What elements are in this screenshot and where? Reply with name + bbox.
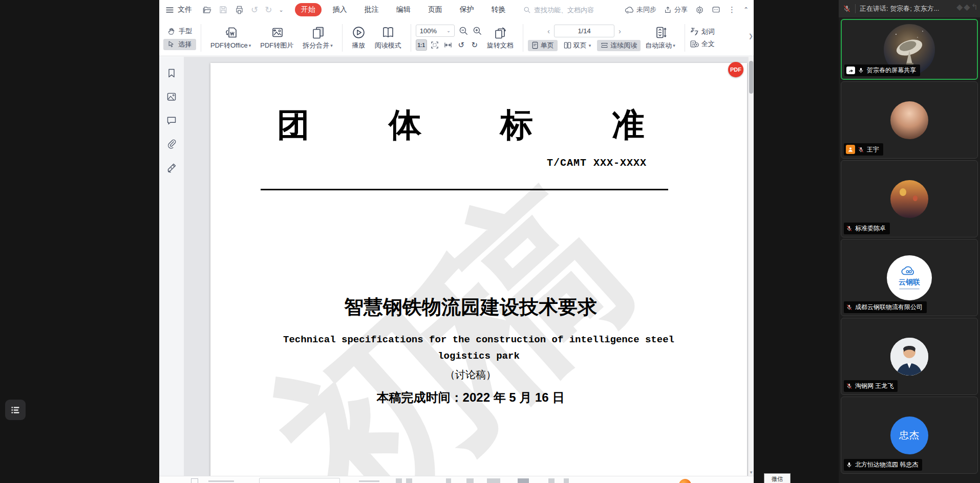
open-file-icon[interactable] bbox=[202, 5, 212, 15]
cloud-logo-icon bbox=[900, 266, 919, 277]
zoom-level-select[interactable]: 100% ⌄ bbox=[416, 25, 455, 37]
participant-name: 北方恒达物流园 韩忠杰 bbox=[855, 460, 918, 469]
tab-comment[interactable]: 批注 bbox=[358, 3, 385, 16]
desktop-background: 文件 ↺ ↻ ⌄ 开始 插入 批注 编辑 页面 保护 转换 bbox=[0, 0, 980, 483]
participant-tile[interactable]: 标准委陈卓 bbox=[841, 160, 978, 237]
fit-width-icon[interactable] bbox=[442, 39, 454, 51]
scrollbar-thumb[interactable] bbox=[749, 61, 753, 94]
pdf-badge-label: PDF bbox=[730, 67, 741, 73]
tab-insert[interactable]: 插入 bbox=[327, 3, 353, 16]
actual-size-button[interactable]: 1:1 bbox=[416, 39, 427, 51]
participant-tile[interactable]: 忠杰 北方恒达物流园 韩忠杰 bbox=[841, 397, 978, 474]
participant-list: 贺宗春的屏幕共享 王宇 标准委陈卓 bbox=[841, 19, 978, 474]
split-merge-label: 拆分合并 bbox=[303, 41, 329, 50]
pdf-to-image-label: PDF转图片 bbox=[260, 41, 293, 50]
zoom-out-icon[interactable] bbox=[459, 26, 468, 36]
feedback-message-icon[interactable] bbox=[712, 6, 720, 14]
hand-tool-button[interactable]: 手型 bbox=[163, 26, 196, 37]
toc-outline-button[interactable] bbox=[5, 400, 26, 420]
statusbar-fragment bbox=[208, 480, 234, 482]
doc-subtitle-en-line2: logistics park bbox=[210, 350, 747, 362]
play-button[interactable]: 播放 bbox=[347, 25, 370, 51]
tab-page[interactable]: 页面 bbox=[422, 3, 449, 16]
statusbar-fragment bbox=[446, 478, 451, 483]
logo-subtext-bar bbox=[899, 288, 920, 290]
split-merge-icon bbox=[311, 26, 325, 39]
search-box[interactable] bbox=[523, 6, 621, 14]
settings-gear-icon[interactable] bbox=[695, 6, 704, 14]
single-page-icon bbox=[531, 41, 539, 49]
continuous-reading-button[interactable]: 连续阅读 bbox=[597, 40, 641, 51]
side-tool-rail bbox=[159, 57, 184, 476]
redo-icon[interactable]: ↻ bbox=[265, 5, 272, 15]
quickbar-dropdown-icon[interactable]: ⌄ bbox=[279, 7, 284, 13]
toolbar-expand-icon[interactable]: ❯ bbox=[749, 33, 753, 39]
thumbnail-image-icon[interactable] bbox=[166, 92, 177, 102]
comment-icon[interactable] bbox=[166, 115, 177, 125]
signature-stamp-icon[interactable] bbox=[166, 162, 177, 173]
participant-tile[interactable]: 王宇 bbox=[841, 81, 978, 159]
search-input[interactable] bbox=[534, 6, 611, 14]
vertical-scrollbar[interactable]: ▼ bbox=[748, 57, 754, 476]
fit-page-icon[interactable] bbox=[429, 39, 440, 51]
share-icon bbox=[664, 6, 672, 14]
double-page-button[interactable]: 双页 ▾ bbox=[560, 40, 595, 51]
participant-tile[interactable]: 淘钢网 王龙飞 bbox=[841, 318, 978, 395]
pdf-red-badge[interactable]: PDF bbox=[728, 62, 743, 77]
statusbar-fragment bbox=[359, 480, 379, 482]
panel-controls-deco[interactable]: ◆◆↰ bbox=[956, 2, 978, 12]
taskbar-app-icon[interactable] bbox=[679, 479, 691, 483]
rotate-right-icon[interactable]: ↻ bbox=[469, 39, 480, 51]
zoom-level-value: 100% bbox=[420, 27, 437, 35]
sync-status[interactable]: 未同步 bbox=[625, 5, 656, 14]
rotate-document-button[interactable]: 旋转文档 bbox=[482, 25, 518, 51]
hand-tool-label: 手型 bbox=[179, 27, 192, 36]
rotate-left-icon[interactable]: ↺ bbox=[456, 39, 467, 51]
print-icon[interactable] bbox=[235, 5, 244, 15]
participant-avatar bbox=[890, 101, 928, 139]
full-translate-button[interactable]: 全文 bbox=[690, 39, 715, 49]
scroll-down-arrow-icon[interactable]: ▼ bbox=[749, 470, 754, 475]
next-page-icon[interactable]: › bbox=[619, 27, 621, 35]
word-translate-button[interactable]: 划词 bbox=[690, 27, 715, 36]
attachment-icon[interactable] bbox=[166, 139, 177, 149]
participant-tile[interactable]: 云钢联 成都云钢联物流有限公司 bbox=[841, 239, 978, 316]
split-merge-button[interactable]: 拆分合并▾ bbox=[298, 25, 337, 51]
self-mic-muted-icon[interactable] bbox=[843, 5, 851, 13]
file-menu-label: 文件 bbox=[178, 5, 192, 14]
avatar-initials: 忠杰 bbox=[899, 429, 920, 442]
tab-home[interactable]: 开始 bbox=[295, 3, 322, 16]
save-icon[interactable] bbox=[219, 5, 228, 14]
ribbon-toolbar: 手型 选择 PDF转Office▾ PDF转图片 拆分合并▾ bbox=[159, 19, 754, 56]
pdf-to-office-icon bbox=[224, 26, 238, 39]
tab-protect[interactable]: 保护 bbox=[454, 3, 480, 16]
wps-pdf-window: 文件 ↺ ↻ ⌄ 开始 插入 批注 编辑 页面 保护 转换 bbox=[159, 0, 754, 483]
collapse-ribbon-icon[interactable]: ⌃ bbox=[743, 6, 749, 13]
pdf-to-office-button[interactable]: PDF转Office▾ bbox=[206, 25, 255, 51]
standard-number: T/CAMT XXX-XXXX bbox=[547, 157, 647, 169]
horizontal-rule bbox=[261, 189, 668, 190]
tab-convert[interactable]: 转换 bbox=[485, 3, 512, 16]
participant-name: 贺宗春的屏幕共享 bbox=[867, 66, 916, 75]
pdf-to-image-button[interactable]: PDF转图片 bbox=[255, 25, 298, 51]
reading-mode-button[interactable]: 阅读模式 bbox=[370, 25, 406, 51]
file-menu[interactable]: 文件 bbox=[165, 5, 192, 14]
mic-muted-icon bbox=[846, 225, 853, 232]
single-page-button[interactable]: 单页 bbox=[528, 40, 558, 51]
portrait-image bbox=[890, 338, 928, 376]
doc-draft-label: （讨论稿） bbox=[210, 368, 731, 382]
bookmark-icon[interactable] bbox=[166, 68, 177, 78]
share-button[interactable]: 分享 bbox=[664, 5, 688, 14]
undo-icon[interactable]: ↺ bbox=[251, 5, 258, 15]
participant-name: 王宇 bbox=[867, 145, 879, 154]
document-viewport[interactable]: 初稿 团 体 标 准 T/CAMT XXX-XXXX 智慧钢铁物流园建设技术要求… bbox=[184, 57, 748, 476]
prev-page-icon[interactable]: ‹ bbox=[547, 27, 550, 35]
select-tool-button[interactable]: 选择 bbox=[163, 39, 196, 50]
auto-scroll-button[interactable]: 自动滚动▾ bbox=[641, 25, 680, 51]
page-indicator-input[interactable] bbox=[554, 25, 614, 37]
participant-tile-screen-share[interactable]: 贺宗春的屏幕共享 bbox=[841, 19, 978, 80]
more-options-icon[interactable]: ⋮ bbox=[728, 5, 736, 14]
tab-edit[interactable]: 编辑 bbox=[390, 3, 417, 16]
cursor-icon bbox=[167, 40, 175, 48]
zoom-in-icon[interactable] bbox=[473, 26, 482, 36]
